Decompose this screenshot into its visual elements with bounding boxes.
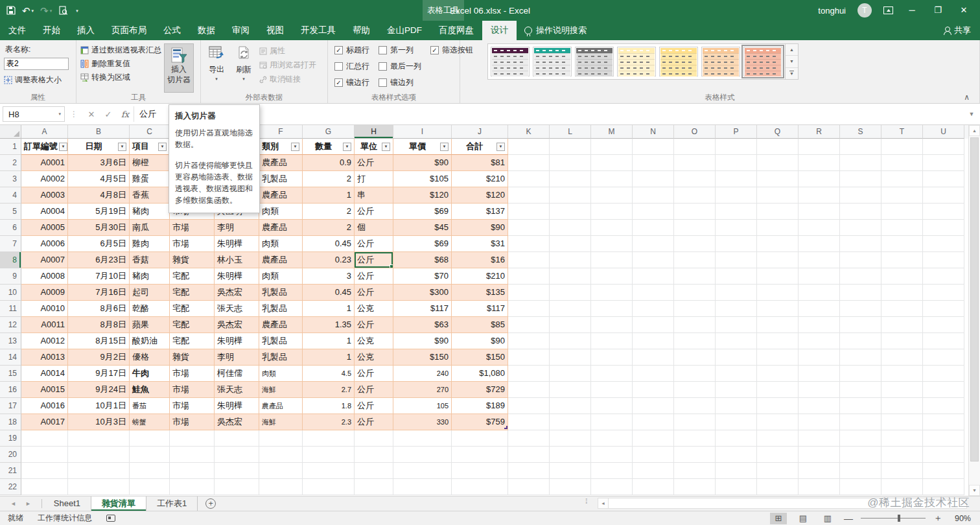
cell-P16[interactable] <box>716 382 757 398</box>
cell-G21[interactable] <box>303 463 355 479</box>
cell-Q8[interactable] <box>757 252 799 268</box>
cell-P18[interactable] <box>716 414 757 430</box>
cell-B16[interactable]: 9月24日 <box>68 382 130 398</box>
cell-F10[interactable]: 乳製品 <box>259 285 303 301</box>
cell-M3[interactable] <box>591 171 633 187</box>
cell-C10[interactable]: 起司 <box>130 285 170 301</box>
cell-A6[interactable]: A0005 <box>21 220 68 236</box>
cell-J3[interactable]: $210 <box>452 171 508 187</box>
menu-tab-8[interactable]: 开发工具 <box>292 21 344 40</box>
cell-R16[interactable] <box>799 382 840 398</box>
cell-Q4[interactable] <box>757 187 799 204</box>
cell-F13[interactable]: 乳製品 <box>259 333 303 349</box>
cell-F6[interactable]: 農產品 <box>259 220 303 236</box>
cell-I14[interactable]: $150 <box>393 349 452 366</box>
cell-C19[interactable] <box>130 430 170 447</box>
cell-U5[interactable] <box>923 204 964 220</box>
cell-D17[interactable]: 市場 <box>170 398 215 414</box>
cell-A2[interactable]: A0001 <box>21 155 68 171</box>
cell-L17[interactable] <box>550 398 591 414</box>
cell-Q11[interactable] <box>757 301 799 317</box>
cell-K19[interactable] <box>508 430 550 447</box>
cell-T20[interactable] <box>881 447 923 463</box>
cell-R21[interactable] <box>799 463 840 479</box>
cell-S6[interactable] <box>840 220 881 236</box>
filter-button-A[interactable]: ▼ <box>59 143 67 151</box>
cell-M20[interactable] <box>591 447 633 463</box>
cell-H20[interactable] <box>355 447 393 463</box>
cell-C9[interactable]: 豬肉 <box>130 268 170 285</box>
table-style-thumb-dark-grid[interactable] <box>575 47 614 76</box>
row-header-6[interactable]: 6 <box>0 220 21 236</box>
cell-T14[interactable] <box>881 349 923 366</box>
cell-R19[interactable] <box>799 430 840 447</box>
row-header-15[interactable]: 15 <box>0 366 21 382</box>
cell-N6[interactable] <box>633 220 674 236</box>
cell-C22[interactable] <box>130 479 170 495</box>
cell-S13[interactable] <box>840 333 881 349</box>
cell-B2[interactable]: 3月6日 <box>68 155 130 171</box>
column-header-Q[interactable]: Q <box>757 125 799 139</box>
cell-K11[interactable] <box>508 301 550 317</box>
cell-N16[interactable] <box>633 382 674 398</box>
cell-P1[interactable] <box>716 139 757 155</box>
cell-L9[interactable] <box>550 268 591 285</box>
menu-tab-0[interactable]: 文件 <box>0 21 34 40</box>
name-box-dropdown-icon[interactable]: ▾ <box>58 111 61 117</box>
cell-U3[interactable] <box>923 171 964 187</box>
cell-R7[interactable] <box>799 236 840 252</box>
cell-T19[interactable] <box>881 430 923 447</box>
row-header-7[interactable]: 7 <box>0 236 21 252</box>
cell-G2[interactable]: 0.9 <box>303 155 355 171</box>
cell-U4[interactable] <box>923 187 964 204</box>
cell-A10[interactable]: A0009 <box>21 285 68 301</box>
cell-L3[interactable] <box>550 171 591 187</box>
cell-I5[interactable]: $69 <box>393 204 452 220</box>
cell-P20[interactable] <box>716 447 757 463</box>
cell-H2[interactable]: 公斤 <box>355 155 393 171</box>
cell-L1[interactable] <box>550 139 591 155</box>
row-header-19[interactable]: 19 <box>0 430 21 447</box>
export-dropdown-icon[interactable]: ▾ <box>215 76 218 82</box>
cell-S22[interactable] <box>840 479 881 495</box>
cell-P4[interactable] <box>716 187 757 204</box>
cell-G20[interactable] <box>303 447 355 463</box>
cell-C6[interactable]: 南瓜 <box>130 220 170 236</box>
cell-A17[interactable]: A0016 <box>21 398 68 414</box>
cell-M15[interactable] <box>591 366 633 382</box>
cell-U22[interactable] <box>923 479 964 495</box>
style-option-1-2[interactable]: 镶边列 <box>379 77 421 88</box>
cell-S5[interactable] <box>840 204 881 220</box>
cell-A8[interactable]: A0007 <box>21 252 68 268</box>
column-header-O[interactable]: O <box>674 125 716 139</box>
cell-E18[interactable]: 吳杰宏 <box>215 414 259 430</box>
table-style-thumb-purple-header[interactable] <box>491 47 530 76</box>
cell-N4[interactable] <box>633 187 674 204</box>
cell-H6[interactable]: 個 <box>355 220 393 236</box>
insert-function-button[interactable]: fx <box>117 110 134 119</box>
cell-K5[interactable] <box>508 204 550 220</box>
cell-U1[interactable] <box>923 139 964 155</box>
cell-H13[interactable]: 公克 <box>355 333 393 349</box>
cell-B19[interactable] <box>68 430 130 447</box>
cell-T11[interactable] <box>881 301 923 317</box>
cell-P19[interactable] <box>716 430 757 447</box>
cell-A3[interactable]: A0002 <box>21 171 68 187</box>
cell-T12[interactable] <box>881 317 923 333</box>
cell-J9[interactable]: $210 <box>452 268 508 285</box>
row-header-10[interactable]: 10 <box>0 285 21 301</box>
cell-M21[interactable] <box>591 463 633 479</box>
row-header-9[interactable]: 9 <box>0 268 21 285</box>
cell-H14[interactable]: 公克 <box>355 349 393 366</box>
user-name[interactable]: tonghui <box>818 6 846 16</box>
cell-S2[interactable] <box>840 155 881 171</box>
cell-J5[interactable]: $137 <box>452 204 508 220</box>
cell-G22[interactable] <box>303 479 355 495</box>
cell-F4[interactable]: 農產品 <box>259 187 303 204</box>
cell-K18[interactable] <box>508 414 550 430</box>
cell-S4[interactable] <box>840 187 881 204</box>
cell-C4[interactable]: 香蕉 <box>130 187 170 204</box>
row-header-11[interactable]: 11 <box>0 301 21 317</box>
cell-H19[interactable] <box>355 430 393 447</box>
cell-O3[interactable] <box>674 171 716 187</box>
